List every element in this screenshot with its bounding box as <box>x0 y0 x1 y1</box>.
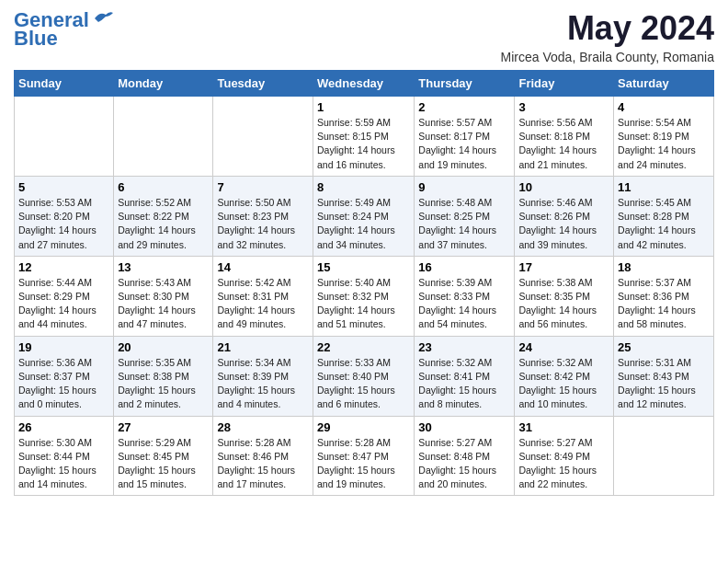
day-info: Sunrise: 5:53 AM Sunset: 8:20 PM Dayligh… <box>18 196 109 252</box>
day-cell: 19Sunrise: 5:36 AM Sunset: 8:37 PM Dayli… <box>15 336 114 416</box>
day-number: 5 <box>18 180 109 194</box>
col-friday: Friday <box>515 71 614 97</box>
day-number: 14 <box>217 260 309 274</box>
day-cell: 31Sunrise: 5:27 AM Sunset: 8:49 PM Dayli… <box>515 416 614 496</box>
day-number: 2 <box>418 100 510 114</box>
day-cell: 11Sunrise: 5:45 AM Sunset: 8:28 PM Dayli… <box>614 176 714 256</box>
day-info: Sunrise: 5:52 AM Sunset: 8:22 PM Dayligh… <box>118 196 209 252</box>
day-number: 25 <box>618 340 710 354</box>
day-number: 1 <box>317 100 410 114</box>
day-info: Sunrise: 5:30 AM Sunset: 8:44 PM Dayligh… <box>18 436 109 492</box>
day-number: 6 <box>118 180 209 194</box>
day-info: Sunrise: 5:29 AM Sunset: 8:45 PM Dayligh… <box>118 436 209 492</box>
day-number: 30 <box>418 420 510 434</box>
day-cell: 27Sunrise: 5:29 AM Sunset: 8:45 PM Dayli… <box>114 416 213 496</box>
day-number: 7 <box>217 180 309 194</box>
day-info: Sunrise: 5:35 AM Sunset: 8:38 PM Dayligh… <box>118 356 209 412</box>
day-number: 4 <box>618 100 710 114</box>
col-monday: Monday <box>114 71 213 97</box>
day-info: Sunrise: 5:28 AM Sunset: 8:47 PM Dayligh… <box>317 436 410 492</box>
day-info: Sunrise: 5:37 AM Sunset: 8:36 PM Dayligh… <box>618 276 710 332</box>
day-number: 9 <box>418 180 510 194</box>
day-number: 3 <box>518 100 609 114</box>
day-number: 26 <box>18 420 109 434</box>
day-cell: 28Sunrise: 5:28 AM Sunset: 8:46 PM Dayli… <box>213 416 313 496</box>
day-info: Sunrise: 5:27 AM Sunset: 8:49 PM Dayligh… <box>518 436 609 492</box>
week-row-4: 19Sunrise: 5:36 AM Sunset: 8:37 PM Dayli… <box>15 336 714 416</box>
col-sunday: Sunday <box>15 71 114 97</box>
day-info: Sunrise: 5:28 AM Sunset: 8:46 PM Dayligh… <box>217 436 309 492</box>
day-number: 23 <box>418 340 510 354</box>
day-number: 10 <box>518 180 609 194</box>
day-cell: 18Sunrise: 5:37 AM Sunset: 8:36 PM Dayli… <box>614 256 714 336</box>
day-number: 31 <box>518 420 609 434</box>
day-cell: 3Sunrise: 5:56 AM Sunset: 8:18 PM Daylig… <box>515 97 614 177</box>
day-cell: 30Sunrise: 5:27 AM Sunset: 8:48 PM Dayli… <box>415 416 515 496</box>
day-cell <box>614 416 714 496</box>
day-number: 20 <box>118 340 209 354</box>
day-number: 19 <box>18 340 109 354</box>
day-info: Sunrise: 5:32 AM Sunset: 8:41 PM Dayligh… <box>418 356 510 412</box>
day-number: 28 <box>217 420 309 434</box>
day-cell: 2Sunrise: 5:57 AM Sunset: 8:17 PM Daylig… <box>415 97 515 177</box>
day-info: Sunrise: 5:48 AM Sunset: 8:25 PM Dayligh… <box>418 196 510 252</box>
day-cell: 17Sunrise: 5:38 AM Sunset: 8:35 PM Dayli… <box>515 256 614 336</box>
day-number: 16 <box>418 260 510 274</box>
day-number: 13 <box>118 260 209 274</box>
day-cell: 22Sunrise: 5:33 AM Sunset: 8:40 PM Dayli… <box>313 336 415 416</box>
day-cell <box>15 97 114 177</box>
day-number: 21 <box>217 340 309 354</box>
day-number: 22 <box>317 340 410 354</box>
day-number: 12 <box>18 260 109 274</box>
day-cell <box>114 97 213 177</box>
day-cell: 9Sunrise: 5:48 AM Sunset: 8:25 PM Daylig… <box>415 176 515 256</box>
logo-blue: Blue <box>14 28 58 50</box>
day-info: Sunrise: 5:36 AM Sunset: 8:37 PM Dayligh… <box>18 356 109 412</box>
day-info: Sunrise: 5:38 AM Sunset: 8:35 PM Dayligh… <box>518 276 609 332</box>
day-cell: 20Sunrise: 5:35 AM Sunset: 8:38 PM Dayli… <box>114 336 213 416</box>
day-number: 8 <box>317 180 410 194</box>
logo: General Blue <box>14 9 113 50</box>
page-subtitle: Mircea Voda, Braila County, Romania <box>501 50 714 64</box>
page-title: May 2024 <box>501 9 714 48</box>
day-number: 24 <box>518 340 609 354</box>
day-cell: 21Sunrise: 5:34 AM Sunset: 8:39 PM Dayli… <box>213 336 313 416</box>
day-cell: 5Sunrise: 5:53 AM Sunset: 8:20 PM Daylig… <box>15 176 114 256</box>
week-row-1: 1Sunrise: 5:59 AM Sunset: 8:15 PM Daylig… <box>15 97 714 177</box>
day-cell: 10Sunrise: 5:46 AM Sunset: 8:26 PM Dayli… <box>515 176 614 256</box>
day-info: Sunrise: 5:45 AM Sunset: 8:28 PM Dayligh… <box>618 196 710 252</box>
logo-bird-icon <box>93 9 113 26</box>
col-tuesday: Tuesday <box>213 71 313 97</box>
day-info: Sunrise: 5:49 AM Sunset: 8:24 PM Dayligh… <box>317 196 410 252</box>
day-cell: 4Sunrise: 5:54 AM Sunset: 8:19 PM Daylig… <box>614 97 714 177</box>
day-info: Sunrise: 5:42 AM Sunset: 8:31 PM Dayligh… <box>217 276 309 332</box>
day-info: Sunrise: 5:56 AM Sunset: 8:18 PM Dayligh… <box>518 116 609 172</box>
day-info: Sunrise: 5:40 AM Sunset: 8:32 PM Dayligh… <box>317 276 410 332</box>
day-cell: 1Sunrise: 5:59 AM Sunset: 8:15 PM Daylig… <box>313 97 415 177</box>
day-cell: 12Sunrise: 5:44 AM Sunset: 8:29 PM Dayli… <box>15 256 114 336</box>
day-number: 15 <box>317 260 410 274</box>
day-info: Sunrise: 5:50 AM Sunset: 8:23 PM Dayligh… <box>217 196 309 252</box>
day-cell: 15Sunrise: 5:40 AM Sunset: 8:32 PM Dayli… <box>313 256 415 336</box>
day-number: 17 <box>518 260 609 274</box>
page-header: General Blue May 2024 Mircea Voda, Brail… <box>14 9 714 64</box>
day-info: Sunrise: 5:57 AM Sunset: 8:17 PM Dayligh… <box>418 116 510 172</box>
day-cell: 23Sunrise: 5:32 AM Sunset: 8:41 PM Dayli… <box>415 336 515 416</box>
day-cell: 25Sunrise: 5:31 AM Sunset: 8:43 PM Dayli… <box>614 336 714 416</box>
day-info: Sunrise: 5:34 AM Sunset: 8:39 PM Dayligh… <box>217 356 309 412</box>
day-cell: 29Sunrise: 5:28 AM Sunset: 8:47 PM Dayli… <box>313 416 415 496</box>
day-cell: 24Sunrise: 5:32 AM Sunset: 8:42 PM Dayli… <box>515 336 614 416</box>
day-info: Sunrise: 5:32 AM Sunset: 8:42 PM Dayligh… <box>518 356 609 412</box>
day-number: 27 <box>118 420 209 434</box>
col-wednesday: Wednesday <box>313 71 415 97</box>
day-info: Sunrise: 5:59 AM Sunset: 8:15 PM Dayligh… <box>317 116 410 172</box>
week-row-5: 26Sunrise: 5:30 AM Sunset: 8:44 PM Dayli… <box>15 416 714 496</box>
col-saturday: Saturday <box>614 71 714 97</box>
day-info: Sunrise: 5:44 AM Sunset: 8:29 PM Dayligh… <box>18 276 109 332</box>
day-info: Sunrise: 5:43 AM Sunset: 8:30 PM Dayligh… <box>118 276 209 332</box>
day-cell: 6Sunrise: 5:52 AM Sunset: 8:22 PM Daylig… <box>114 176 213 256</box>
day-cell: 16Sunrise: 5:39 AM Sunset: 8:33 PM Dayli… <box>415 256 515 336</box>
day-cell: 26Sunrise: 5:30 AM Sunset: 8:44 PM Dayli… <box>15 416 114 496</box>
day-info: Sunrise: 5:27 AM Sunset: 8:48 PM Dayligh… <box>418 436 510 492</box>
day-cell: 14Sunrise: 5:42 AM Sunset: 8:31 PM Dayli… <box>213 256 313 336</box>
